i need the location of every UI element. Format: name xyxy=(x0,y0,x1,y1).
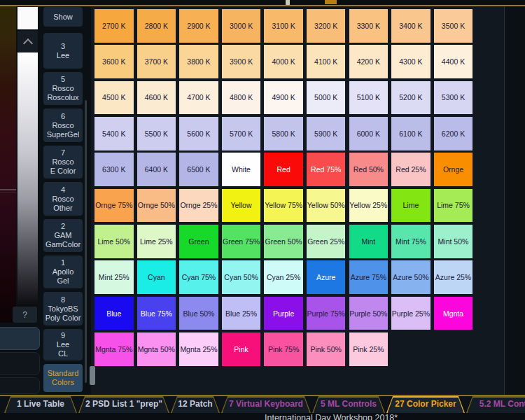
swatch-4700-k[interactable]: 4700 K xyxy=(179,81,218,115)
swatch-red-50[interactable]: Red 50% xyxy=(349,153,388,186)
swatch-red-75[interactable]: Red 75% xyxy=(307,153,346,186)
swatch-6500-k[interactable]: 6500 K xyxy=(179,153,218,186)
swatch-lime[interactable]: Lime xyxy=(391,189,430,223)
swatch-6400-k[interactable]: 6400 K xyxy=(137,153,176,186)
swatch-3900-k[interactable]: 3900 K xyxy=(222,45,261,78)
swatch-5500-k[interactable]: 5500 K xyxy=(137,117,176,150)
tab-2-psd-list-1-prep[interactable]: 2 PSD List 1 "prep" xyxy=(78,396,169,413)
swatch-mgnta-25[interactable]: Mgnta 25% xyxy=(179,332,218,366)
swatch-4100-k[interactable]: 4100 K xyxy=(307,45,346,78)
swatch-mgnta-75[interactable]: Mgnta 75% xyxy=(94,332,134,366)
swatch-5800-k[interactable]: 5800 K xyxy=(264,117,303,150)
swatch-4600-k[interactable]: 4600 K xyxy=(137,81,176,115)
scroll-up-button[interactable] xyxy=(18,31,38,52)
swatch-cyan-50[interactable]: Cyan 50% xyxy=(222,260,261,294)
swatch-4300-k[interactable]: 4300 K xyxy=(391,45,430,78)
swatch-6200-k[interactable]: 6200 K xyxy=(434,117,473,150)
swatch-cyan[interactable]: Cyan xyxy=(137,260,176,294)
cropped-toolbar-button[interactable] xyxy=(0,352,40,375)
swatch-6300-k[interactable]: 6300 K xyxy=(94,153,134,186)
swatch-purple-50[interactable]: Purple 50% xyxy=(349,297,388,330)
sidebar-item-8-tokyobs-poly-color[interactable]: 8 TokyoBS Poly Color xyxy=(43,292,83,326)
swatch-mint-75[interactable]: Mint 75% xyxy=(391,225,430,258)
swatch-green[interactable]: Green xyxy=(179,225,218,258)
swatch-5200-k[interactable]: 5200 K xyxy=(391,81,430,115)
swatch-3200-k[interactable]: 3200 K xyxy=(307,9,346,43)
swatch-ornge-50[interactable]: Ornge 50% xyxy=(137,189,176,223)
swatch-3000-k[interactable]: 3000 K xyxy=(222,9,261,43)
tab-12-patch[interactable]: 12 Patch xyxy=(171,396,220,413)
swatch-yellow[interactable]: Yellow xyxy=(222,189,261,223)
sidebar-item-show[interactable]: Show xyxy=(43,7,83,27)
swatch-2900-k[interactable]: 2900 K xyxy=(179,9,218,43)
cropped-toolbar-button[interactable] xyxy=(0,377,40,394)
sidebar-item-6-rosco-supergel[interactable]: 6 Rosco SuperGel xyxy=(43,108,83,142)
swatch-mgnta[interactable]: Mgnta xyxy=(434,297,473,330)
swatch-blue-75[interactable]: Blue 75% xyxy=(137,297,176,330)
swatch-azure-75[interactable]: Azure 75% xyxy=(349,260,388,294)
sidebar-scrollbar[interactable] xyxy=(85,100,87,383)
swatch-red[interactable]: Red xyxy=(264,153,303,186)
sidebar-item-3-lee[interactable]: 3 Lee xyxy=(43,33,83,69)
sidebar-item-standard-colors[interactable]: Standard Colors xyxy=(43,364,83,392)
swatch-purple-75[interactable]: Purple 75% xyxy=(307,297,346,330)
swatch-ornge-25[interactable]: Ornge 25% xyxy=(179,189,218,223)
swatch-6100-k[interactable]: 6100 K xyxy=(391,117,430,150)
swatch-azure-50[interactable]: Azure 50% xyxy=(391,260,430,294)
swatch-blue-25[interactable]: Blue 25% xyxy=(222,297,261,330)
sidebar-item-9-lee-cl[interactable]: 9 Lee CL xyxy=(43,329,83,360)
intensity-fader[interactable] xyxy=(18,52,38,306)
swatch-4000-k[interactable]: 4000 K xyxy=(264,45,303,78)
swatch-3400-k[interactable]: 3400 K xyxy=(391,9,430,43)
swatch-yellow-50[interactable]: Yellow 50% xyxy=(307,189,346,223)
swatch-azure[interactable]: Azure xyxy=(307,260,346,294)
tab-7-virtual-keyboard[interactable]: 7 Virtual Keyboard xyxy=(221,396,311,413)
swatch-mint[interactable]: Mint xyxy=(349,225,388,258)
sidebar-item-7-rosco-e-color[interactable]: 7 Rosco E Color xyxy=(43,146,83,178)
tab-5-2-ml-contr[interactable]: 5.2 ML Contr xyxy=(466,396,525,413)
cropped-toolbar-button[interactable] xyxy=(0,327,40,350)
help-button[interactable]: ? xyxy=(13,307,37,323)
swatch-3500-k[interactable]: 3500 K xyxy=(434,9,473,43)
swatch-pink-25[interactable]: Pink 25% xyxy=(349,332,388,366)
swatch-ornge[interactable]: Ornge xyxy=(434,153,473,186)
swatch-4900-k[interactable]: 4900 K xyxy=(264,81,303,115)
swatch-green-25[interactable]: Green 25% xyxy=(307,225,346,258)
swatch-mint-25[interactable]: Mint 25% xyxy=(94,260,134,294)
swatch-2800-k[interactable]: 2800 K xyxy=(137,9,176,43)
swatch-mgnta-50[interactable]: Mgnta 50% xyxy=(137,332,176,366)
swatch-6000-k[interactable]: 6000 K xyxy=(349,117,388,150)
sidebar-item-2-gam-gamcolor[interactable]: 2 GAM GamColor xyxy=(43,219,83,252)
swatch-3700-k[interactable]: 3700 K xyxy=(137,45,176,78)
swatch-green-50[interactable]: Green 50% xyxy=(264,225,303,258)
swatch-4200-k[interactable]: 4200 K xyxy=(349,45,388,78)
swatch-white[interactable]: White xyxy=(222,153,261,186)
swatch-blue-50[interactable]: Blue 50% xyxy=(179,297,218,330)
swatch-blue[interactable]: Blue xyxy=(94,297,134,330)
swatch-3100-k[interactable]: 3100 K xyxy=(264,9,303,43)
tab-27-color-picker[interactable]: 27 Color Picker xyxy=(386,396,465,413)
swatch-pink[interactable]: Pink xyxy=(222,332,261,366)
tab-5-ml-controls[interactable]: 5 ML Controls xyxy=(312,396,385,413)
sidebar-item-1-apollo-gel[interactable]: 1 Apollo Gel xyxy=(43,255,83,288)
swatch-azure-25[interactable]: Azure 25% xyxy=(434,260,473,294)
sidebar-item-5-rosco-roscolux[interactable]: 5 Rosco Roscolux xyxy=(43,72,83,105)
swatch-4800-k[interactable]: 4800 K xyxy=(222,81,261,115)
swatch-3300-k[interactable]: 3300 K xyxy=(349,9,388,43)
swatch-2700-k[interactable]: 2700 K xyxy=(94,9,134,43)
sidebar-item-4-rosco-other[interactable]: 4 Rosco Other xyxy=(43,182,83,216)
swatch-purple-25[interactable]: Purple 25% xyxy=(391,297,430,330)
swatch-yellow-25[interactable]: Yellow 25% xyxy=(349,189,388,223)
swatch-purple[interactable]: Purple xyxy=(264,297,303,330)
swatch-pink-75[interactable]: Pink 75% xyxy=(264,332,303,366)
swatch-5300-k[interactable]: 5300 K xyxy=(434,81,473,115)
swatch-5400-k[interactable]: 5400 K xyxy=(94,117,134,150)
swatch-3800-k[interactable]: 3800 K xyxy=(179,45,218,78)
swatch-5100-k[interactable]: 5100 K xyxy=(349,81,388,115)
swatch-ornge-75[interactable]: Ornge 75% xyxy=(94,189,134,223)
swatch-5900-k[interactable]: 5900 K xyxy=(307,117,346,150)
swatch-4400-k[interactable]: 4400 K xyxy=(434,45,473,78)
swatch-mint-50[interactable]: Mint 50% xyxy=(434,225,473,258)
swatch-green-75[interactable]: Green 75% xyxy=(222,225,261,258)
swatch-lime-50[interactable]: Lime 50% xyxy=(94,225,134,258)
